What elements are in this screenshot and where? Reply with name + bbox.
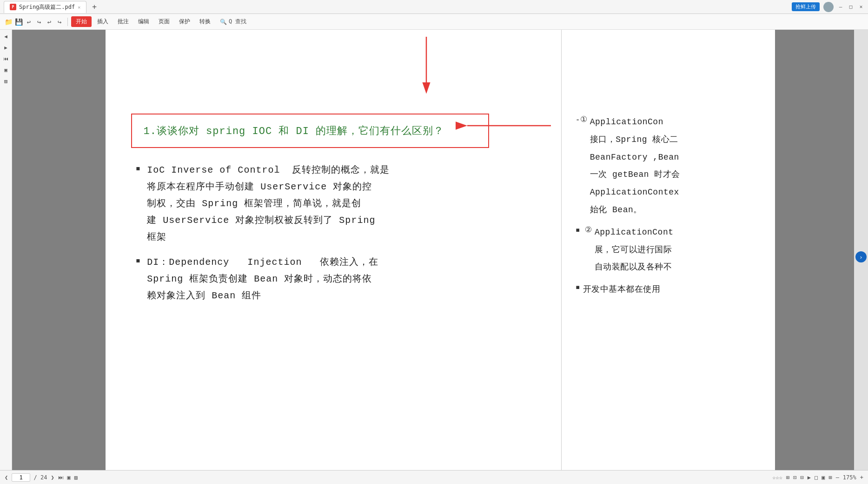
- first-page-btn[interactable]: ⏭: [58, 474, 64, 481]
- double-page-btn[interactable]: ▣: [822, 474, 825, 481]
- close-button[interactable]: ✕: [858, 4, 864, 10]
- restore-button[interactable]: □: [848, 4, 854, 10]
- arrow-left-svg: [463, 116, 556, 135]
- undo-icon[interactable]: ↩: [24, 17, 33, 27]
- nav-fit-icon[interactable]: ▣: [1, 65, 11, 74]
- pdf-page-left: 1.谈谈你对 spring IOC 和 DI 的理解，它们有什么区别？ ▪ Io…: [106, 30, 561, 484]
- question-box: 1.谈谈你对 spring IOC 和 DI 的理解，它们有什么区别？: [131, 114, 489, 148]
- insert-menu[interactable]: 插入: [93, 16, 112, 27]
- right-bullet-dot-1: -①: [576, 114, 587, 124]
- di-text: DI：Dependency Injection 依赖注入，在 Spring 框架…: [147, 254, 378, 304]
- right-content: -① ApplicationCon 接口，Spring 核心二 BeanFact…: [576, 114, 766, 299]
- right-sidebar: ›: [854, 30, 868, 484]
- zoom-out-btn[interactable]: —: [836, 474, 839, 481]
- search-icon: 🔍: [220, 19, 227, 25]
- comment-menu[interactable]: 批注: [114, 16, 133, 27]
- undo2-icon[interactable]: ↩: [45, 17, 54, 27]
- avatar: [823, 2, 834, 12]
- convert-menu[interactable]: 转换: [196, 16, 214, 27]
- bullet-dot-1: ▪: [136, 163, 141, 173]
- right-item-1: -① ApplicationCon 接口，Spring 核心二 BeanFact…: [576, 114, 766, 219]
- right-item-3: ▪ 开发中基本都在使用: [576, 281, 766, 299]
- bullet-dot-2: ▪: [136, 255, 141, 265]
- pdf-tab[interactable]: P Spring高级篇二.pdf ✕: [4, 1, 86, 13]
- start-button[interactable]: 开始: [71, 16, 92, 27]
- nav-first-icon[interactable]: ⏮: [1, 54, 11, 63]
- fit-width-btn[interactable]: ▨: [74, 474, 78, 481]
- single-page-btn[interactable]: □: [815, 474, 818, 481]
- page-container: 1.谈谈你对 spring IOC 和 DI 的理解，它们有什么区别？ ▪ Io…: [106, 30, 775, 484]
- page-total: 24: [40, 474, 47, 481]
- status-right: ☆☆☆ ⊞ ⊡ ⊟ ▶ □ ▣ ⊞ — 175% +: [772, 474, 863, 481]
- pdf-viewer: 1.谈谈你对 spring IOC 和 DI 的理解，它们有什么区别？ ▪ Io…: [12, 30, 868, 484]
- bullet-item-di: ▪ DI：Dependency Injection 依赖注入，在 Spring …: [136, 254, 536, 304]
- nav-prev-icon[interactable]: ◀: [1, 32, 11, 41]
- right-bullet-dot-3: ▪: [576, 282, 580, 291]
- question-text: 1.谈谈你对 spring IOC 和 DI 的理解，它们有什么区别？: [144, 126, 444, 137]
- page-menu[interactable]: 页面: [155, 16, 173, 27]
- search-area[interactable]: 🔍 Q 查找: [220, 18, 246, 26]
- ioc-text: IoC Inverse of Control 反转控制的概念，就是 将原本在程序…: [147, 162, 390, 246]
- zoom-in-btn[interactable]: +: [860, 474, 863, 481]
- protect-menu[interactable]: 保护: [175, 16, 194, 27]
- two-page-btn[interactable]: ⊟: [800, 474, 803, 481]
- status-bar: ❮ / 24 ❯ ⏭ ▣ ▨ ☆☆☆ ⊞ ⊡ ⊟ ▶ □ ▣ ⊞ — 175% …: [0, 470, 868, 484]
- toolbar-file-group: 📁 💾 ↩ ↪ ↩ ↪: [4, 17, 64, 27]
- status-left: ❮ / 24 ❯ ⏭ ▣ ▨: [5, 473, 78, 482]
- nav-thumb-icon[interactable]: ▨: [1, 76, 11, 86]
- full-view-btn[interactable]: ⊡: [793, 474, 796, 481]
- content-area: ▪ IoC Inverse of Control 反转控制的概念，就是 将原本在…: [131, 162, 536, 304]
- tab-close-btn[interactable]: ✕: [78, 5, 80, 10]
- minimize-button[interactable]: —: [837, 4, 844, 10]
- title-bar: P Spring高级篇二.pdf ✕ + 抢鲜上传 — □ ✕: [0, 0, 868, 14]
- next-page-btn[interactable]: ❯: [51, 474, 54, 481]
- edit-menu[interactable]: 编辑: [134, 16, 153, 27]
- right-text-2: ApplicationCont 展，它可以进行国际 自动装配以及各种不: [595, 224, 674, 276]
- left-nav: ◀ ▶ ⏮ ▣ ▨: [0, 30, 12, 484]
- prev-page-btn[interactable]: ❮: [5, 474, 8, 481]
- nav-next-icon[interactable]: ▶: [1, 43, 11, 52]
- upload-button[interactable]: 抢鲜上传: [792, 2, 820, 11]
- main-area: ◀ ▶ ⏮ ▣ ▨: [0, 30, 868, 484]
- right-item-2: ▪ ② ApplicationCont 展，它可以进行国际 自动装配以及各种不: [576, 224, 766, 276]
- save-icon[interactable]: 💾: [14, 17, 23, 27]
- page-label: / 24: [12, 473, 47, 482]
- arrow-down-svg: [403, 37, 450, 97]
- bullet-item-ioc: ▪ IoC Inverse of Control 反转控制的概念，就是 将原本在…: [136, 162, 536, 246]
- fit-page-btn[interactable]: ▣: [67, 474, 71, 481]
- right-bullet-dot-2: ▪ ②: [576, 225, 592, 234]
- thumbnail-btn[interactable]: ⊞: [786, 474, 789, 481]
- zoom-level: 175%: [843, 474, 856, 481]
- search-label[interactable]: Q 查找: [229, 18, 246, 26]
- redo-icon[interactable]: ↪: [34, 17, 44, 27]
- redo2-icon[interactable]: ↪: [55, 17, 64, 27]
- pdf-page-right: -① ApplicationCon 接口，Spring 核心二 BeanFact…: [561, 30, 775, 484]
- split-btn[interactable]: ⊞: [828, 474, 832, 481]
- toolbar: 📁 💾 ↩ ↪ ↩ ↪ 开始 插入 批注 编辑 页面 保护 转换 🔍 Q 查找: [0, 14, 868, 30]
- play-btn[interactable]: ▶: [808, 474, 811, 481]
- new-tab-btn[interactable]: +: [89, 2, 99, 11]
- stars-icon: ☆☆☆: [772, 474, 782, 481]
- page-number-input[interactable]: [12, 473, 30, 482]
- title-bar-left: P Spring高级篇二.pdf ✕ +: [4, 1, 99, 13]
- toolbar-separator-1: [67, 18, 68, 26]
- right-text-3: 开发中基本都在使用: [583, 281, 661, 299]
- folder-icon[interactable]: 📁: [4, 17, 13, 27]
- right-text-1: ApplicationCon 接口，Spring 核心二 BeanFactory…: [590, 114, 680, 219]
- title-bar-right: 抢鲜上传 — □ ✕: [792, 2, 864, 12]
- pdf-icon: P: [10, 4, 16, 10]
- right-circle-btn[interactable]: ›: [855, 251, 867, 262]
- tab-title: Spring高级篇二.pdf: [19, 3, 75, 11]
